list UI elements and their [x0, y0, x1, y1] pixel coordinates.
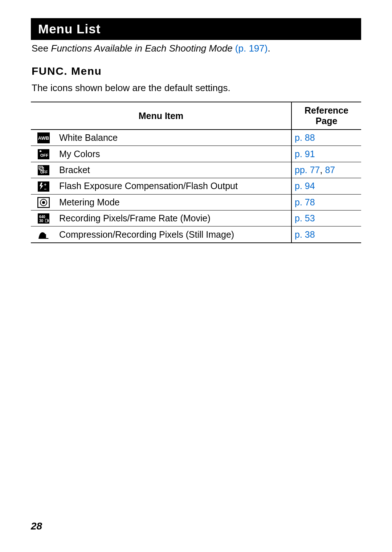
col-header-menu-item: Menu Item	[31, 102, 291, 130]
func-menu-header: FUNC. Menu	[31, 65, 361, 77]
menu-table: Menu Item Reference Page AWB White Balan…	[31, 102, 361, 243]
table-row: 640 30 Recording Pixels/Frame Rate (Movi…	[31, 210, 361, 226]
ref-sep: ,	[320, 165, 325, 175]
page-link[interactable]: p. 94	[295, 181, 315, 191]
table-row: + − Flash Exposure Compensation/Flash Ou…	[31, 178, 361, 194]
see-prefix: See	[32, 43, 51, 54]
bracket-off-icon: OFF	[37, 165, 50, 176]
icon-cell: L	[31, 226, 56, 243]
table-row: Metering Mode p. 78	[31, 194, 361, 210]
svg-text:−: −	[44, 187, 46, 192]
see-reference-line: See Functions Available in Each Shooting…	[31, 43, 361, 54]
menu-item-name: Flash Exposure Compensation/Flash Output	[56, 178, 291, 194]
svg-text:OFF: OFF	[40, 153, 48, 158]
col-header-reference: Reference Page	[291, 102, 361, 130]
menu-item-name: Recording Pixels/Frame Rate (Movie)	[56, 210, 291, 226]
icon-cell	[31, 194, 56, 210]
table-header-row: Menu Item Reference Page	[31, 102, 361, 130]
page-link[interactable]: p. 78	[295, 197, 315, 207]
page-number: 28	[31, 520, 42, 532]
menu-item-name: Compression/Recording Pixels (Still Imag…	[56, 226, 291, 243]
reference-cell: p. 88	[291, 130, 361, 146]
awb-icon: AWB	[37, 132, 50, 143]
icon-cell: 640 30	[31, 210, 56, 226]
movie-resolution-icon: 640 30	[37, 213, 50, 224]
table-row: OFF My Colors p. 91	[31, 146, 361, 162]
svg-text:OFF: OFF	[40, 170, 48, 174]
icon-cell: OFF	[31, 146, 56, 162]
reference-cell: p. 91	[291, 146, 361, 162]
menu-item-name: My Colors	[56, 146, 291, 162]
default-settings-note: The icons shown below are the default se…	[31, 82, 361, 94]
table-row: L Compression/Recording Pixels (Still Im…	[31, 226, 361, 243]
svg-text:30: 30	[39, 219, 44, 223]
page-link[interactable]: p. 88	[295, 132, 315, 143]
flash-compensation-icon: + −	[37, 181, 50, 192]
menu-item-name: Metering Mode	[56, 194, 291, 210]
my-colors-off-icon: OFF	[37, 149, 50, 160]
compression-still-icon: L	[37, 229, 50, 240]
svg-text:640: 640	[39, 215, 45, 219]
page-link[interactable]: pp. 77	[295, 165, 320, 175]
page-title: Menu List	[31, 18, 361, 40]
svg-text:L: L	[45, 233, 49, 240]
menu-item-name: White Balance	[56, 130, 291, 146]
svg-point-10	[42, 201, 45, 204]
see-suffix: .	[268, 43, 270, 54]
icon-cell: OFF	[31, 162, 56, 178]
reference-cell: p. 94	[291, 178, 361, 194]
menu-item-name: Bracket	[56, 162, 291, 178]
svg-rect-6	[38, 181, 49, 192]
reference-cell: p. 38	[291, 226, 361, 243]
icon-cell: + −	[31, 178, 56, 194]
icon-cell: AWB	[31, 130, 56, 146]
page-link[interactable]: 87	[325, 165, 335, 175]
see-page-link[interactable]: (p. 197)	[233, 43, 268, 54]
page-link[interactable]: p. 91	[295, 149, 315, 159]
reference-cell: p. 53	[291, 210, 361, 226]
page-link[interactable]: p. 38	[295, 229, 315, 240]
metering-mode-icon	[37, 197, 50, 208]
table-row: AWB White Balance p. 88	[31, 130, 361, 146]
reference-cell: pp. 77, 87	[291, 162, 361, 178]
table-row: OFF Bracket pp. 77, 87	[31, 162, 361, 178]
page-link[interactable]: p. 53	[295, 213, 315, 223]
reference-cell: p. 78	[291, 194, 361, 210]
see-italic-text: Functions Available in Each Shooting Mod…	[51, 43, 233, 54]
